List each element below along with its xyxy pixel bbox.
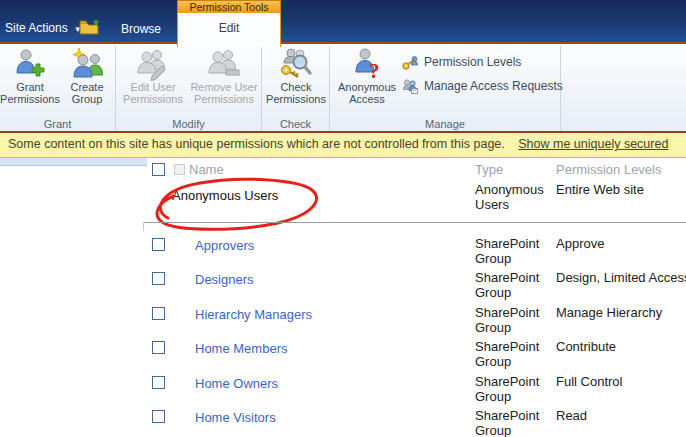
- row-checkbox-home-owners[interactable]: [152, 376, 165, 389]
- anonymous-access-icon: ?: [350, 47, 384, 81]
- manage-access-requests-icon: [402, 78, 419, 95]
- row-permission: Contribute: [556, 339, 616, 354]
- remove-user-permissions-icon: [207, 47, 241, 81]
- manage-access-requests-label: Manage Access Requests: [424, 79, 563, 93]
- list-separator-tick: [143, 222, 144, 231]
- row-type: SharePoint Group: [475, 408, 549, 437]
- ribbon-group-modify: Edit User Permissions Remove User Permis…: [116, 46, 262, 131]
- remove-user-permissions-label-2: Permissions: [194, 93, 254, 105]
- row-link-home-visitors[interactable]: Home Visitors: [195, 410, 276, 425]
- sharepoint-permissions-page: Site Actions ▼ Browse Permission Tools E…: [0, 0, 686, 437]
- row-permission: Approve: [556, 236, 604, 251]
- ribbon-group-label-modify: Modify: [116, 118, 261, 130]
- ribbon-group-label-manage: Manage: [330, 118, 560, 130]
- row-type: SharePoint Group: [475, 236, 549, 266]
- create-group-label-1: Create: [70, 81, 103, 93]
- tab-browse[interactable]: Browse: [112, 16, 170, 43]
- site-actions-label: Site Actions: [5, 21, 68, 35]
- grant-permissions-icon: [13, 47, 47, 81]
- ribbon: Grant Permissions Create Group Grant: [0, 46, 686, 131]
- row-permission: Entire Web site: [556, 182, 644, 197]
- row-link-hierarchy-managers[interactable]: Hierarchy Managers: [195, 307, 312, 322]
- row-type: Anonymous Users: [475, 182, 549, 212]
- row-link-home-owners[interactable]: Home Owners: [195, 376, 278, 391]
- row-link-home-members[interactable]: Home Members: [195, 341, 287, 356]
- tab-edit-label: Edit: [219, 21, 240, 35]
- row-permission: Design, Limited Access: [556, 270, 686, 285]
- top-bar: Site Actions ▼ Browse Permission Tools E…: [0, 0, 686, 44]
- create-group-button[interactable]: Create Group: [60, 47, 114, 105]
- permission-levels-button[interactable]: Permission Levels: [402, 52, 521, 72]
- anonymous-access-label-1: Anonymous: [338, 81, 396, 93]
- folder-up-button[interactable]: [79, 18, 101, 36]
- edit-user-permissions-icon: [136, 47, 170, 81]
- list-separator: [143, 222, 686, 223]
- column-header-permission-levels[interactable]: Permission Levels: [556, 162, 662, 177]
- ribbon-group-label-grant: Grant: [0, 118, 115, 130]
- row-permission: Read: [556, 408, 587, 423]
- row-permission: Full Control: [556, 374, 622, 389]
- tab-browse-label: Browse: [121, 22, 161, 36]
- row-type: SharePoint Group: [475, 305, 549, 335]
- manage-access-requests-button[interactable]: Manage Access Requests: [402, 76, 563, 96]
- ribbon-group-label-check: Check: [262, 118, 329, 130]
- ribbon-group-manage: ? Anonymous Access Permission Levels: [330, 46, 561, 131]
- grant-permissions-label-1: Grant: [16, 81, 44, 93]
- row-name-anonymous-users: Anonymous Users: [172, 188, 278, 203]
- row-checkbox-home-visitors[interactable]: [152, 410, 165, 423]
- select-all-checkbox[interactable]: [152, 163, 165, 176]
- annotation-circle: [138, 172, 326, 236]
- status-bar: Some content on this site has unique per…: [0, 131, 686, 158]
- create-group-icon: [70, 47, 104, 81]
- column-header-type[interactable]: Type: [475, 162, 503, 177]
- row-checkbox-designers[interactable]: [152, 272, 165, 285]
- row-type: SharePoint Group: [475, 374, 549, 404]
- check-permissions-label-2: Permissions: [266, 93, 326, 105]
- name-header-checkbox-icon: [174, 164, 185, 175]
- edit-user-permissions-button: Edit User Permissions: [120, 47, 186, 105]
- create-group-label-2: Group: [72, 93, 103, 105]
- contextual-tab-group-header: Permission Tools: [177, 0, 281, 13]
- status-message: Some content on this site has unique per…: [8, 137, 505, 151]
- check-permissions-label-1: Check: [280, 81, 311, 93]
- remove-user-permissions-label-1: Remove User: [190, 81, 257, 93]
- row-type: SharePoint Group: [475, 270, 549, 300]
- row-link-approvers[interactable]: Approvers: [195, 238, 254, 253]
- folder-icon: [79, 18, 101, 36]
- site-actions-menu[interactable]: Site Actions ▼: [5, 21, 82, 35]
- svg-text:?: ?: [369, 59, 380, 81]
- edit-user-permissions-label-1: Edit User: [130, 81, 175, 93]
- check-permissions-button[interactable]: Check Permissions: [264, 47, 328, 105]
- permission-levels-label: Permission Levels: [424, 55, 521, 69]
- row-checkbox-home-members[interactable]: [152, 341, 165, 354]
- grant-permissions-label-2: Permissions: [0, 93, 60, 105]
- tab-edit-active[interactable]: Edit: [177, 13, 281, 47]
- anonymous-access-label-2: Access: [349, 93, 384, 105]
- check-permissions-icon: [279, 47, 313, 81]
- column-header-name[interactable]: Name: [189, 162, 224, 177]
- row-checkbox-approvers[interactable]: [152, 238, 165, 251]
- edit-user-permissions-label-2: Permissions: [123, 93, 183, 105]
- row-checkbox-hierarchy-managers[interactable]: [152, 307, 165, 320]
- row-link-designers[interactable]: Designers: [195, 272, 254, 287]
- remove-user-permissions-button: Remove User Permissions: [188, 47, 260, 105]
- grant-permissions-button[interactable]: Grant Permissions: [2, 47, 58, 105]
- row-type: SharePoint Group: [475, 339, 549, 369]
- left-nav-edge: [0, 158, 147, 166]
- ribbon-group-grant: Grant Permissions Create Group Grant: [0, 46, 116, 131]
- permission-levels-icon: [402, 54, 419, 71]
- row-permission: Manage Hierarchy: [556, 305, 662, 320]
- ribbon-group-check: Check Permissions Check: [262, 46, 330, 131]
- anonymous-access-button[interactable]: ? Anonymous Access: [333, 47, 401, 105]
- show-uniquely-secured-link[interactable]: Show me uniquely secured: [518, 137, 668, 151]
- contextual-group-label: Permission Tools: [189, 1, 268, 13]
